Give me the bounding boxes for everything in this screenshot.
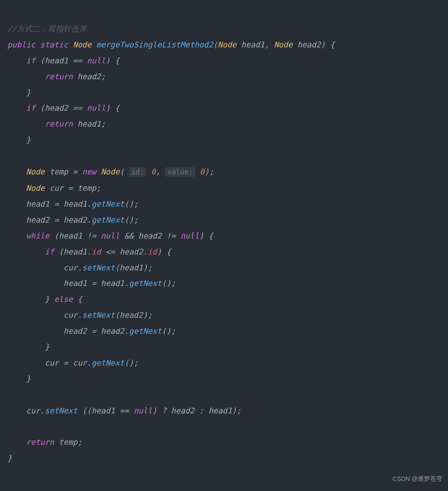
method-name: mergeTwoSingleListMethod2	[96, 40, 213, 49]
keyword-if: if	[26, 56, 36, 65]
keyword-public: public	[7, 40, 36, 49]
param-hint-id: id:	[129, 167, 147, 177]
keyword-while: while	[26, 231, 49, 240]
comment-line: //方式二：双指针合并	[7, 24, 87, 33]
param-hint-value: value:	[165, 167, 195, 177]
field-id: id	[92, 247, 101, 256]
watermark: CSDN @逐梦苍穹	[392, 471, 442, 487]
method-setnext: setNext	[82, 263, 115, 272]
param-head1: head1	[241, 40, 264, 49]
return-type: Node	[73, 40, 92, 49]
keyword-new: new	[82, 167, 96, 176]
code-block: //方式二：双指针合并 public static Node mergeTwoS…	[7, 5, 441, 466]
method-getnext: getNext	[92, 199, 124, 208]
keyword-else: else	[54, 295, 73, 304]
keyword-return: return	[45, 72, 73, 81]
param-head2: head2	[297, 40, 320, 49]
keyword-static: static	[40, 40, 68, 49]
